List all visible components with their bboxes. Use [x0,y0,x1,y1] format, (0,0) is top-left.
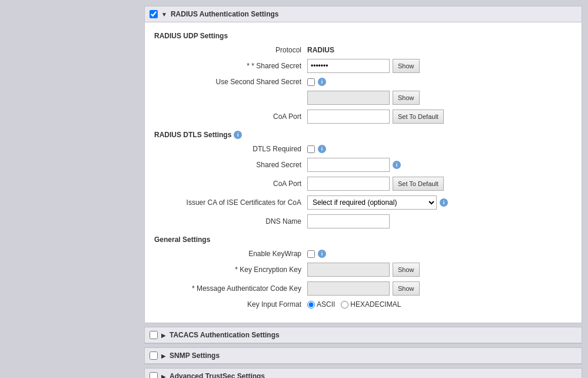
key-format-row: Key Input Format ASCII HEXADECIMAL [154,300,572,309]
dtls-shared-secret-input[interactable]: radius/dtls [307,158,390,172]
dtls-settings-info-icon[interactable]: i [234,131,242,139]
trustsec-section-title: Advanced TrustSec Settings [170,372,265,378]
issuer-ca-label: Issuer CA of ISE Certificates for CoA [154,198,307,207]
issuer-ca-select[interactable]: Select if required (optional) [307,195,437,210]
enable-keywrap-checkbox[interactable] [307,250,315,258]
format-hex-text: HEXADECIMAL [350,300,401,309]
format-hex-label[interactable]: HEXADECIMAL [341,300,401,309]
snmp-section-header: ▶ SNMP Settings [145,348,582,364]
radius-collapse-arrow[interactable]: ▼ [161,11,167,18]
kek-row: * Key Encryption Key Show [154,263,572,277]
dtls-required-checkbox[interactable] [307,145,315,153]
second-shared-secret-row: Show [154,91,572,105]
trustsec-section-header: ▶ Advanced TrustSec Settings [145,369,582,378]
use-second-shared-secret-row: Use Second Shared Secret i [154,78,572,86]
mac-key-label: * Message Authenticator Code Key [154,284,307,293]
shared-secret-row: * * Shared Secret Show [154,59,572,73]
dtls-required-info-icon[interactable]: i [318,145,326,153]
enable-keywrap-label: Enable KeyWrap [154,250,307,258]
dtls-coa-port-row: CoA Port 2083 Set To Default [154,177,572,191]
dtls-required-label: DTLS Required [154,145,307,153]
enable-keywrap-row: Enable KeyWrap i [154,250,572,258]
issuer-ca-control: Select if required (optional) i [307,195,448,210]
enable-keywrap-control: i [307,250,326,258]
dtls-shared-secret-label: Shared Secret [154,161,307,169]
mac-key-control: Show [307,281,420,296]
kek-control: Show [307,263,420,277]
dtls-shared-secret-info-icon[interactable]: i [393,161,401,169]
shared-secret-input[interactable] [307,59,390,73]
tacacs-section: ▶ TACACS Authentication Settings [144,327,582,344]
protocol-label: Protocol [154,46,307,54]
dns-name-row: DNS Name [154,214,572,228]
snmp-section-checkbox[interactable] [150,352,158,360]
main-content: ▼ RADIUS Authentication Settings RADIUS … [144,0,588,378]
tacacs-collapse-arrow[interactable]: ▶ [161,332,166,339]
protocol-value-container: RADIUS [307,46,334,54]
tacacs-section-header: ▶ TACACS Authentication Settings [145,327,582,343]
dtls-coa-set-default-button[interactable]: Set To Default [393,177,444,191]
tacacs-section-checkbox[interactable] [150,331,158,339]
radius-section-title: RADIUS Authentication Settings [171,10,279,18]
dtls-coa-port-label: CoA Port [154,180,307,188]
mac-key-input[interactable] [307,281,390,296]
second-shared-secret-control: Show [307,91,420,105]
use-second-control: i [307,78,326,86]
key-format-label: Key Input Format [154,300,307,309]
second-shared-secret-show-button[interactable]: Show [393,91,420,105]
dtls-coa-port-control: 2083 Set To Default [307,177,444,191]
dtls-settings-title: RADIUS DTLS Settings i [154,131,572,139]
general-settings-title: General Settings [154,236,572,244]
trustsec-section: ▶ Advanced TrustSec Settings [144,368,582,378]
tacacs-section-title: TACACS Authentication Settings [170,331,280,339]
trustsec-collapse-arrow[interactable]: ▶ [161,373,166,379]
coa-port-set-default-button[interactable]: Set To Default [393,110,444,124]
dtls-required-control: i [307,145,326,153]
use-second-label: Use Second Shared Secret [154,78,307,86]
kek-label: * Key Encryption Key [154,266,307,274]
kek-show-button[interactable]: Show [393,263,420,277]
mac-key-show-button[interactable]: Show [393,281,420,296]
coa-port-control: 1700 Set To Default [307,110,444,124]
dns-name-control [307,214,390,228]
use-second-checkbox[interactable] [307,78,315,86]
kek-input[interactable] [307,263,390,277]
issuer-ca-info-icon[interactable]: i [440,198,448,207]
format-ascii-text: ASCII [317,300,335,309]
sidebar [0,0,144,378]
radius-section-checkbox[interactable] [150,10,158,18]
trustsec-section-checkbox[interactable] [150,372,158,378]
snmp-collapse-arrow[interactable]: ▶ [161,353,166,359]
dtls-shared-secret-control: radius/dtls i [307,158,401,172]
dns-name-label: DNS Name [154,217,307,226]
shared-secret-label: * * Shared Secret [154,62,307,70]
shared-secret-control: Show [307,59,420,73]
radius-section-header: ▼ RADIUS Authentication Settings [145,6,582,22]
protocol-value: RADIUS [307,46,334,54]
issuer-ca-row: Issuer CA of ISE Certificates for CoA Se… [154,195,572,210]
snmp-section: ▶ SNMP Settings [144,347,582,364]
use-second-info-icon[interactable]: i [318,78,326,86]
coa-port-input[interactable]: 1700 [307,110,390,124]
keywrap-info-icon[interactable]: i [318,250,326,258]
format-ascii-radio[interactable] [307,301,315,309]
dtls-required-row: DTLS Required i [154,145,572,153]
format-hex-radio[interactable] [341,301,348,309]
radius-section: ▼ RADIUS Authentication Settings RADIUS … [144,6,582,323]
shared-secret-show-button[interactable]: Show [393,59,420,73]
snmp-section-title: SNMP Settings [170,352,220,360]
radius-section-content: RADIUS UDP Settings Protocol RADIUS * * … [145,22,582,323]
format-ascii-label[interactable]: ASCII [307,300,335,309]
second-shared-secret-input[interactable] [307,91,390,105]
coa-port-label: CoA Port [154,112,307,121]
coa-port-row: CoA Port 1700 Set To Default [154,110,572,124]
dns-name-input[interactable] [307,214,390,228]
dtls-coa-port-input[interactable]: 2083 [307,177,390,191]
udp-settings-title: RADIUS UDP Settings [154,32,572,40]
protocol-row: Protocol RADIUS [154,46,572,54]
key-format-control: ASCII HEXADECIMAL [307,300,401,309]
mac-key-row: * Message Authenticator Code Key Show [154,281,572,296]
dtls-shared-secret-row: Shared Secret radius/dtls i [154,158,572,172]
